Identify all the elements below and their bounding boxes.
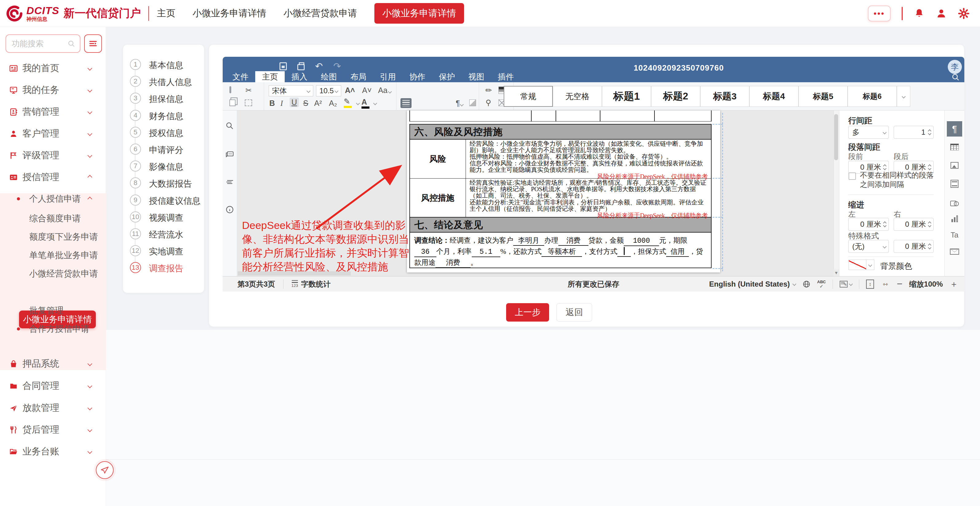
- special-format-select[interactable]: (无): [848, 240, 889, 253]
- blank-amount[interactable]: 1000: [624, 236, 659, 246]
- nav-tab-micro-detail[interactable]: 小微业务申请详情: [192, 7, 266, 20]
- nav-tab-micro-detail-active[interactable]: 小微业务申请详情: [374, 3, 464, 24]
- save-icon[interactable]: [280, 62, 287, 70]
- sidebar-item-rating[interactable]: 评级管理: [0, 144, 106, 166]
- style-normal[interactable]: 常规: [504, 86, 553, 107]
- shading-icon[interactable]: [469, 100, 476, 106]
- line-spacing-value-input[interactable]: 1: [894, 126, 934, 139]
- align-left-icon[interactable]: [401, 98, 412, 108]
- sidebar-item-single-batch[interactable]: 单笔单批业务申请: [0, 247, 106, 264]
- style-heading1[interactable]: 标题1: [602, 86, 651, 107]
- styles-more-chevron[interactable]: [897, 86, 910, 107]
- sidebar-item-marketing[interactable]: 营销管理: [0, 101, 106, 123]
- strikethrough-icon[interactable]: S: [303, 100, 308, 107]
- zoom-out-button[interactable]: −: [897, 278, 903, 290]
- find-icon[interactable]: [225, 121, 234, 130]
- special-amount-input[interactable]: 0 厘米: [894, 240, 934, 253]
- previous-step-button[interactable]: 上一步: [506, 303, 549, 322]
- font-color-icon[interactable]: A: [361, 98, 369, 109]
- table-panel-tab[interactable]: [949, 143, 960, 152]
- nav-tab-home[interactable]: 主页: [157, 7, 175, 20]
- vertical-scrollbar-thumb[interactable]: [834, 114, 838, 160]
- font-name-combo[interactable]: 宋体: [269, 85, 313, 96]
- edit-mode-selector[interactable]: ✎: [840, 281, 852, 287]
- globe-icon[interactable]: [802, 280, 810, 288]
- sidebar-item-disbursement[interactable]: 放款管理: [0, 397, 106, 419]
- spellcheck-icon[interactable]: ABC✓: [817, 280, 826, 289]
- step-authorization[interactable]: 5授权信息: [123, 127, 205, 139]
- style-heading5[interactable]: 标题5: [799, 86, 848, 107]
- conclusion-paragraph[interactable]: 调查结论：经调查，建议为客户李明月办理消费贷款，金额1000元，期限36个月，利…: [410, 233, 711, 268]
- paragraph-panel-tab[interactable]: ¶: [947, 121, 962, 136]
- editor-avatar[interactable]: 李: [948, 60, 962, 74]
- shapes-panel-tab[interactable]: [949, 199, 960, 208]
- superscript-icon[interactable]: A²: [314, 100, 322, 107]
- sidebar-item-post-loan[interactable]: 贷后管理: [0, 419, 106, 441]
- sidebar-item-quota-business[interactable]: 额度项下业务申请: [0, 228, 106, 246]
- blank-payment-method[interactable]: [617, 247, 631, 257]
- sidebar-item-my-home[interactable]: 我的首页: [0, 57, 106, 79]
- sidebar-item-micro-loan-apply[interactable]: 小微经营贷款申请: [0, 265, 106, 282]
- step-business-flow[interactable]: 11经营流水: [123, 228, 205, 241]
- info-icon[interactable]: [225, 205, 234, 214]
- sidebar-item-credit[interactable]: 授信管理: [0, 166, 106, 188]
- blank-guarantee-method[interactable]: 信用: [666, 247, 689, 257]
- italic-icon[interactable]: I: [280, 100, 283, 107]
- blank-customer-name[interactable]: 李明月: [513, 236, 544, 246]
- page-panel-tab[interactable]: [949, 180, 960, 190]
- change-case-icon[interactable]: Aa: [378, 87, 391, 94]
- subscript-icon[interactable]: A₂: [329, 100, 337, 107]
- step-guarantee[interactable]: 3担保信息: [123, 93, 205, 105]
- style-heading3[interactable]: 标题3: [700, 86, 749, 107]
- style-heading4[interactable]: 标题4: [749, 86, 799, 107]
- step-survey-report-active[interactable]: 13调查报告: [123, 262, 205, 274]
- redo-icon[interactable]: ↷: [333, 61, 341, 71]
- step-video-survey[interactable]: 10视频调查: [123, 211, 205, 224]
- step-finance[interactable]: 4财务信息: [123, 110, 205, 122]
- step-field-survey[interactable]: 12实地调查: [123, 245, 205, 257]
- shrink-font-icon[interactable]: A˅: [362, 87, 372, 94]
- sidebar-group-partner-credit[interactable]: 合作方授信申请: [0, 320, 106, 338]
- select-icon[interactable]: [245, 100, 252, 106]
- step-imaging[interactable]: 7影像信息: [123, 160, 205, 173]
- cut-icon[interactable]: ✂: [245, 87, 252, 94]
- editor-menu-collaborate[interactable]: 协作: [402, 71, 432, 82]
- scroll-down-arrow[interactable]: ▼: [834, 270, 839, 276]
- outline-nav-icon[interactable]: [225, 178, 234, 187]
- bold-icon[interactable]: B: [269, 100, 275, 107]
- sidebar-item-collateral[interactable]: 押品系统: [0, 353, 106, 375]
- underline-icon[interactable]: U: [290, 98, 299, 107]
- blank-term[interactable]: 36: [414, 247, 436, 257]
- fit-width-icon[interactable]: ⇿: [881, 280, 890, 288]
- same-style-checkbox[interactable]: [848, 173, 856, 180]
- user-profile-icon[interactable]: [936, 8, 947, 19]
- indent-left-input[interactable]: 0 厘米: [848, 218, 889, 231]
- editor-menu-references[interactable]: 引用: [373, 71, 402, 82]
- image-panel-tab[interactable]: [949, 162, 960, 171]
- document-page[interactable]: 六、风险及风控措施 风险 经营风险：小微企业市场竞争力弱，易受行业波动（如政策变…: [407, 111, 720, 273]
- format-painter-icon[interactable]: ⚲: [485, 99, 491, 106]
- style-heading2[interactable]: 标题2: [651, 86, 700, 107]
- step-basic-info[interactable]: 1基本信息: [123, 59, 205, 71]
- step-scoring[interactable]: 6申请评分: [123, 144, 205, 156]
- mail-panel-tab[interactable]: [949, 247, 960, 257]
- editor-menu-file[interactable]: 文件: [226, 71, 255, 82]
- step-credit-advice[interactable]: 9授信建议信息: [123, 195, 205, 207]
- pilcrow-icon[interactable]: ¶: [456, 100, 463, 107]
- bg-color-picker[interactable]: [848, 260, 874, 270]
- blank-loan-type[interactable]: 消费: [558, 236, 589, 246]
- blank-repayment-method[interactable]: 等额本析: [541, 247, 582, 257]
- copy-icon[interactable]: [229, 100, 235, 106]
- print-icon[interactable]: [297, 64, 305, 70]
- undo-icon[interactable]: ↶: [315, 61, 323, 71]
- sidebar-item-my-tasks[interactable]: 我的任务: [0, 79, 106, 101]
- sidebar-item-customers[interactable]: 客户管理: [0, 123, 106, 144]
- font-size-combo[interactable]: 10.5: [316, 85, 341, 96]
- word-count-button[interactable]: 字数统计: [301, 279, 331, 289]
- editor-menu-view[interactable]: 视图: [461, 71, 491, 82]
- zoom-in-button[interactable]: ＋: [950, 278, 958, 290]
- editor-menu-protect[interactable]: 保护: [432, 71, 461, 82]
- blank-rate[interactable]: 5.1: [472, 247, 500, 257]
- step-bigdata-report[interactable]: 8大数据报告: [123, 178, 205, 190]
- style-heading6[interactable]: 标题6: [848, 86, 897, 107]
